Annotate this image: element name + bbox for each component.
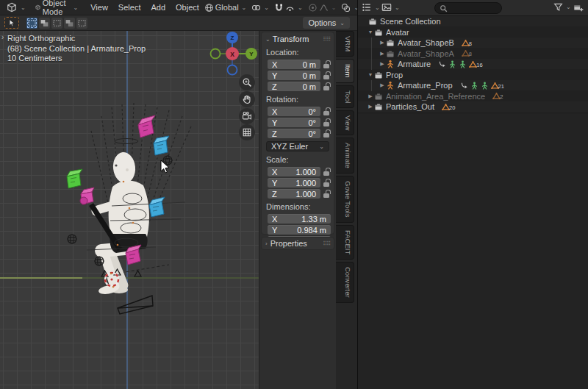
lock-icon[interactable] [323, 60, 330, 68]
object-mode-icon [35, 3, 40, 12]
lock-icon[interactable] [323, 168, 330, 176]
select-mode-intersect[interactable] [76, 18, 87, 29]
proportional-editing-controls[interactable]: ⌄ [308, 3, 337, 13]
snap-target-icon [285, 3, 295, 13]
location-z-field[interactable]: Z0 m [268, 82, 320, 91]
editor-type-button[interactable]: ⌄ [4, 1, 29, 14]
row-prop[interactable]: ▼ Prop [358, 70, 588, 81]
pivot-point-icon [251, 3, 261, 13]
panel-grip-icon[interactable]: ⠿⠿ [323, 240, 330, 247]
expand-arrow[interactable]: ▶ [379, 61, 386, 67]
lock-icon[interactable] [323, 82, 330, 90]
row-avatar[interactable]: ▼ Avatar [358, 27, 588, 38]
row-avatar-shapea[interactable]: ▶ Avatar_ShapeA 8 [358, 49, 588, 60]
outliner-search[interactable] [434, 2, 502, 14]
location-x-field[interactable]: X0 m [268, 60, 320, 69]
new-collection-button[interactable] [573, 2, 584, 13]
menu-object[interactable]: Object [171, 1, 204, 13]
outliner-editor-type-button[interactable]: ⌄ [362, 2, 380, 13]
lock-icon[interactable] [323, 71, 330, 79]
grid-scale-text: 10 Centimeters [7, 54, 146, 64]
lock-icon[interactable] [323, 118, 330, 126]
chevron-down-icon: ⌄ [265, 36, 270, 43]
options-button[interactable]: Options ⌄ [303, 17, 350, 29]
menu-view[interactable]: View [85, 1, 113, 13]
collection-icon [374, 71, 383, 79]
scale-z-field[interactable]: Z1.000 [268, 189, 320, 199]
scale-x-field[interactable]: X1.000 [268, 167, 320, 176]
tab-converter[interactable]: Converter [336, 262, 354, 303]
camera-view-button[interactable] [239, 108, 255, 124]
expand-arrow[interactable]: ▶ [367, 93, 374, 99]
row-avatar-shapeb[interactable]: ▶ Avatar_ShapeB 8 [358, 38, 588, 49]
select-mode-difference[interactable] [64, 18, 75, 29]
green-cube [67, 169, 82, 188]
row-scene-collection[interactable]: Scene Collection [358, 16, 588, 27]
row-armature-prop[interactable]: ▶ Armature_Prop 21 [358, 80, 588, 91]
select-mode-extend[interactable] [39, 18, 50, 29]
expand-arrow[interactable]: ▼ [367, 72, 374, 77]
active-tool-select-button[interactable] [4, 17, 19, 29]
dimensions-x-field[interactable]: X1.33 m [268, 214, 331, 224]
gizmo-axis-z-neg[interactable] [228, 65, 237, 75]
rotation-label: Rotation: [262, 91, 334, 105]
rotation-y-field[interactable]: Y0° [268, 118, 320, 127]
blue-cube-mid [149, 197, 165, 217]
expand-arrow[interactable]: ▶ [379, 40, 386, 46]
dimensions-y-field[interactable]: Y0.984 m [268, 225, 331, 235]
search-input[interactable] [451, 4, 495, 13]
properties-title: Properties [270, 239, 307, 248]
transform-orientation-dropdown[interactable]: Global ⌄ [204, 3, 247, 13]
search-icon [440, 4, 448, 13]
collection-icon [368, 17, 377, 26]
tab-animate[interactable]: Animate [336, 138, 354, 174]
rotation-z-field[interactable]: Z0° [268, 129, 320, 138]
lock-icon[interactable] [323, 190, 330, 198]
expand-arrow[interactable]: ▶ [379, 51, 386, 57]
lock-icon[interactable] [323, 107, 330, 115]
expand-arrow[interactable]: ▶ [379, 82, 386, 88]
tab-item[interactable]: Item [336, 59, 354, 82]
pivot-point-dropdown[interactable]: ⌄ [251, 3, 269, 13]
rotation-mode-dropdown[interactable]: XYZ Euler⌄ [266, 141, 329, 151]
lock-icon[interactable] [323, 179, 330, 187]
toolbar-expand-arrow[interactable]: › [1, 33, 4, 41]
panel-grip-icon[interactable]: ⠿⠿ [323, 36, 330, 43]
proportional-edit-icon [308, 3, 318, 13]
snap-controls[interactable]: ⌄ [274, 3, 303, 13]
location-y-field[interactable]: Y0 m [268, 71, 320, 80]
display-mode-button[interactable]: ⌄ [381, 2, 400, 13]
tab-vrm[interactable]: VRM [336, 31, 354, 57]
row-armature[interactable]: ▶ Armature 16 [358, 59, 588, 70]
tab-govie-tools[interactable]: Govie Tools [336, 176, 354, 222]
orthographic-toggle-button[interactable] [239, 124, 255, 140]
gizmo-axis-y-neg[interactable] [211, 49, 220, 59]
collection-icon [374, 28, 383, 37]
select-mode-set[interactable] [26, 18, 37, 29]
pan-button[interactable] [239, 91, 255, 107]
row-particles-out[interactable]: ▶ Particles_Out 20 [358, 101, 588, 113]
tab-view[interactable]: View [336, 110, 354, 135]
pose-icon [459, 60, 467, 68]
view-name-text: Right Orthographic [7, 34, 146, 44]
expand-arrow[interactable]: ▶ [367, 104, 374, 110]
select-mode-group [26, 18, 87, 29]
row-animation-area-reference[interactable]: ▶ Animation_Area_Reference 2 [358, 91, 588, 102]
menu-add[interactable]: Add [146, 1, 171, 13]
expand-arrow[interactable]: ▼ [367, 29, 374, 35]
display-mode-icon [381, 2, 392, 13]
rotation-x-field[interactable]: X0° [268, 107, 320, 116]
falloff-curve-icon [319, 3, 329, 13]
select-mode-subtract[interactable] [51, 18, 62, 29]
zoom-button[interactable] [239, 74, 255, 90]
filter-button[interactable]: ⌄ [553, 2, 571, 12]
tab-tool[interactable]: Tool [336, 85, 354, 108]
chevron-down-icon: ⌄ [395, 4, 400, 11]
overlays-dropdown[interactable]: ⌄ [341, 3, 359, 13]
scale-y-field[interactable]: Y1.000 [268, 178, 320, 188]
transform-panel-header[interactable]: ⌄ Transform ⠿⠿ [262, 32, 334, 44]
properties-panel-header[interactable]: › Properties ⠿⠿ [261, 237, 334, 250]
tab-faceit[interactable]: FACEIT [336, 225, 354, 260]
lock-icon[interactable] [323, 129, 330, 138]
menu-select[interactable]: Select [113, 1, 146, 13]
